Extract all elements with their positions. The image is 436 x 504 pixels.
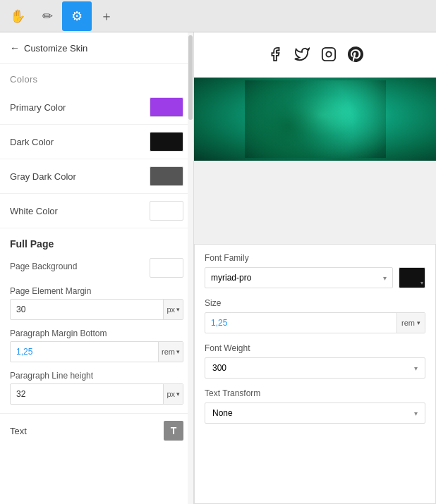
size-unit-label: rem [401,319,415,327]
paragraph-margin-bottom-group: Paragraph Margin Bottom rem ▾ [10,328,183,362]
back-link[interactable]: ← Customize Skin [0,32,193,64]
page-element-margin-unit-label: px [166,305,175,314]
toolbar: ✋ ✏ ⚙ ＋ [0,0,436,32]
twitter-icon[interactable] [294,47,310,66]
instagram-icon[interactable] [321,47,337,66]
dark-color-swatch[interactable] [150,132,183,152]
svg-rect-0 [322,48,334,61]
chevron-down-icon: ▾ [417,319,420,326]
size-label: Size [205,298,425,308]
primary-color-label: Primary Color [10,102,66,113]
facebook-icon[interactable] [267,47,283,66]
add-tool-button[interactable]: ＋ [92,1,121,31]
scroll-thumb[interactable] [188,35,193,120]
font-weight-label: Font Weight [205,343,425,353]
chevron-down-icon: ▾ [176,306,180,313]
dark-color-label: Dark Color [10,137,54,147]
colors-section-heading: Colors [0,64,193,90]
paragraph-margin-bottom-input[interactable] [11,343,158,360]
font-settings-panel: Font Family myriad-pro ▾ ▾ Size rem ▾ [194,244,436,504]
page-background-swatch[interactable] [150,258,183,278]
font-weight-dropdown[interactable]: 300 ▾ [205,357,425,379]
settings-tool-button[interactable]: ⚙ [62,1,92,31]
chevron-down-icon: ▾ [176,348,180,355]
chevron-down-icon: ▾ [176,391,180,398]
paragraph-line-height-input-row: px ▾ [10,383,183,405]
paragraph-margin-bottom-unit-label: rem [162,348,175,356]
page-element-margin-label: Page Element Margin [10,286,183,296]
social-icons-area [194,32,436,78]
primary-color-row: Primary Color [0,90,193,125]
chevron-down-icon: ▾ [420,280,423,286]
text-row: Text T [0,413,193,448]
text-transform-value: None [212,408,233,418]
edit-tool-button[interactable]: ✏ [32,1,62,31]
scroll-track [188,32,193,504]
main-layout: ← Customize Skin Colors Primary Color Da… [0,32,436,504]
page-element-margin-input-row: px ▾ [10,299,183,320]
text-transform-label: Text Transform [205,388,425,398]
font-weight-value: 300 [212,363,226,373]
chevron-down-icon: ▾ [414,364,418,372]
page-element-margin-input[interactable] [11,301,163,318]
chevron-down-icon: ▾ [414,410,418,417]
font-family-label: Font Family [205,253,425,263]
left-panel: ← Customize Skin Colors Primary Color Da… [0,32,194,504]
size-unit[interactable]: rem ▾ [396,313,425,333]
back-arrow-icon: ← [10,42,20,54]
paragraph-margin-bottom-input-row: rem ▾ [10,341,183,362]
gray-dark-color-swatch[interactable] [150,166,183,186]
page-background-row: Page Background [10,258,183,278]
paragraph-line-height-group: Paragraph Line height px ▾ [10,371,183,405]
page-element-margin-group: Page Element Margin px ▾ [10,286,183,320]
text-label: Text [10,426,27,436]
white-color-label: White Color [10,206,58,216]
back-link-label: Customize Skin [24,43,87,54]
paragraph-line-height-label: Paragraph Line height [10,371,183,381]
pinterest-icon[interactable] [348,47,363,66]
paragraph-margin-bottom-unit[interactable]: rem ▾ [158,342,183,362]
primary-color-swatch[interactable] [150,97,183,117]
dark-color-row: Dark Color [0,125,193,159]
white-color-swatch[interactable] [150,201,183,221]
full-page-heading: Full Page [10,238,183,250]
font-family-value: myriad-pro [211,273,251,283]
font-color-swatch[interactable]: ▾ [399,267,425,288]
full-page-section: Full Page Page Background Page Element M… [0,228,193,405]
font-family-row: myriad-pro ▾ ▾ [205,267,425,288]
paragraph-line-height-unit[interactable]: px ▾ [163,384,183,404]
size-input-row: rem ▾ [205,312,425,333]
paragraph-line-height-unit-label: px [166,390,175,398]
chevron-down-icon: ▾ [383,274,387,282]
paragraph-line-height-input[interactable] [11,386,163,402]
gray-dark-color-label: Gray Dark Color [10,171,76,182]
paragraph-margin-bottom-label: Paragraph Margin Bottom [10,328,183,338]
size-input[interactable] [205,314,396,331]
page-element-margin-unit[interactable]: px ▾ [163,300,183,319]
gray-dark-color-row: Gray Dark Color [0,159,193,194]
white-color-row: White Color [0,194,193,228]
right-panel: Font Family myriad-pro ▾ ▾ Size rem ▾ [194,32,436,504]
font-family-dropdown[interactable]: myriad-pro ▾ [205,267,393,288]
text-transform-dropdown[interactable]: None ▾ [205,402,425,424]
page-background-label: Page Background [10,262,77,271]
text-T-badge[interactable]: T [164,421,183,441]
hand-tool-button[interactable]: ✋ [3,1,32,31]
